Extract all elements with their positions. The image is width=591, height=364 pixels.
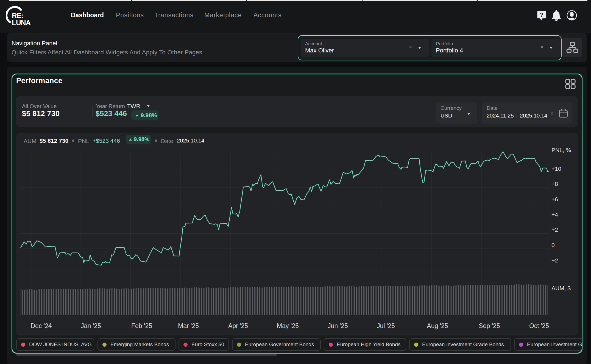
svg-text:LUNA: LUNA [12,19,31,27]
svg-text:?: ? [540,11,543,18]
